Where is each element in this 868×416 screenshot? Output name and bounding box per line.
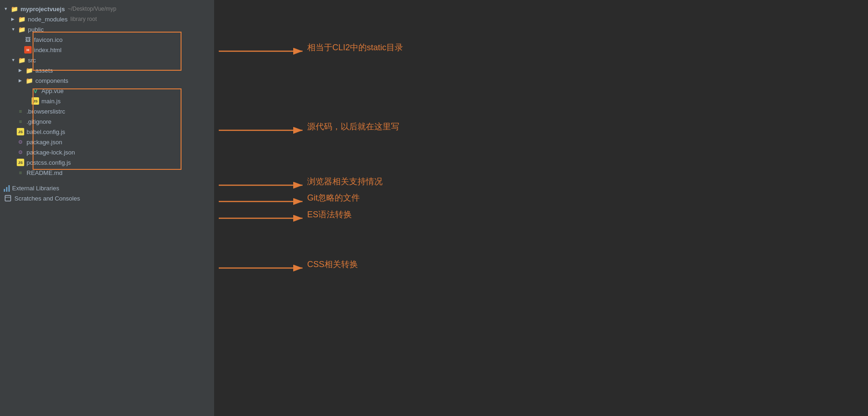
annotation-4: Git忽略的文件 bbox=[307, 192, 360, 203]
tree-item-node-modules[interactable]: node_modules library root bbox=[0, 14, 214, 24]
tree-item-components[interactable]: components bbox=[0, 75, 214, 86]
folder-icon bbox=[11, 5, 18, 13]
favicon-label: favicon.ico bbox=[34, 36, 62, 43]
arrow-down-icon bbox=[11, 27, 17, 32]
folder-icon bbox=[18, 56, 26, 64]
assets-label: assets bbox=[35, 67, 53, 74]
app-vue-label: App.vue bbox=[41, 87, 64, 94]
config-icon bbox=[17, 138, 24, 146]
arrow-right-icon bbox=[11, 16, 17, 22]
arrow-right-icon bbox=[19, 67, 24, 73]
public-label: public bbox=[28, 26, 44, 33]
tree-item-index-html[interactable]: index.html bbox=[0, 45, 214, 55]
annotation-2: 源代码，以后就在这里写 bbox=[307, 121, 399, 132]
tree-item-package-json[interactable]: package.json bbox=[0, 137, 214, 147]
postcss-config-label: postcss.config.js bbox=[27, 159, 71, 166]
annotation-2-text: 源代码，以后就在这里写 bbox=[307, 121, 399, 132]
components-label: components bbox=[35, 77, 68, 84]
js-icon bbox=[32, 97, 39, 105]
annotation-panel: 相当于CLI2中的static目录 源代码，以后就在这里写 浏览器相关支持情况 … bbox=[214, 0, 868, 416]
annotation-1-text: 相当于CLI2中的static目录 bbox=[307, 42, 403, 53]
tree-item-app-vue[interactable]: App.vue bbox=[0, 86, 214, 96]
annotation-3: 浏览器相关支持情况 bbox=[307, 176, 383, 187]
js-icon bbox=[17, 128, 24, 135]
root-path: ~/Desktop/Vue/myp bbox=[67, 6, 116, 12]
tree-item-root[interactable]: myprojectvuejs ~/Desktop/Vue/myp bbox=[0, 4, 214, 14]
folder-icon bbox=[26, 77, 33, 84]
html-icon bbox=[24, 46, 32, 54]
tree-item-assets[interactable]: assets bbox=[0, 65, 214, 75]
node-modules-label: node_modules bbox=[28, 16, 67, 23]
annotation-1: 相当于CLI2中的static目录 bbox=[307, 42, 403, 53]
tree-item-browserslistrc[interactable]: .browserslistrc bbox=[0, 106, 214, 116]
libraries-bar-icon bbox=[4, 185, 10, 192]
readme-label: README.md bbox=[27, 169, 62, 176]
config-icon bbox=[17, 148, 24, 156]
tree-item-babel-config[interactable]: babel.config.js bbox=[0, 127, 214, 137]
vue-icon bbox=[32, 87, 39, 94]
browserslistrc-label: .browserslistrc bbox=[27, 108, 65, 115]
tree-item-package-lock[interactable]: package-lock.json bbox=[0, 147, 214, 157]
tree-item-main-js[interactable]: main.js bbox=[0, 96, 214, 106]
main-js-label: main.js bbox=[41, 98, 61, 105]
root-label: myprojectvuejs bbox=[20, 6, 65, 13]
folder-icon bbox=[26, 67, 33, 74]
external-libraries-label: External Libraries bbox=[12, 185, 59, 192]
package-json-label: package.json bbox=[27, 139, 62, 146]
md-icon bbox=[17, 169, 24, 176]
scratches-icon bbox=[4, 195, 12, 202]
arrows-svg bbox=[214, 0, 868, 416]
package-lock-label: package-lock.json bbox=[27, 149, 75, 156]
gitignore-label: .gitignore bbox=[27, 118, 51, 125]
file-tree-panel: myprojectvuejs ~/Desktop/Vue/myp node_mo… bbox=[0, 0, 214, 416]
svg-rect-0 bbox=[5, 195, 11, 201]
arrow-down-icon bbox=[4, 6, 9, 12]
arrow-right-icon bbox=[19, 78, 24, 83]
annotation-5-text: ES语法转换 bbox=[307, 209, 352, 220]
tree-item-favicon[interactable]: 🖼 favicon.ico bbox=[0, 34, 214, 45]
spacer bbox=[0, 178, 214, 183]
node-modules-badge: library root bbox=[70, 16, 97, 22]
annotation-6: CSS相关转换 bbox=[307, 259, 358, 270]
babel-config-label: babel.config.js bbox=[27, 128, 65, 135]
annotation-3-text: 浏览器相关支持情况 bbox=[307, 176, 383, 187]
annotation-4-text: Git忽略的文件 bbox=[307, 192, 360, 203]
tree-item-public[interactable]: public bbox=[0, 24, 214, 34]
annotation-5: ES语法转换 bbox=[307, 209, 352, 220]
tree-item-external-libraries[interactable]: External Libraries bbox=[0, 183, 214, 193]
tree-item-readme[interactable]: README.md bbox=[0, 168, 214, 178]
ico-icon: 🖼 bbox=[24, 36, 32, 43]
js-icon bbox=[17, 159, 24, 166]
tree-item-scratches[interactable]: Scratches and Consoles bbox=[0, 193, 214, 203]
tree-item-postcss-config[interactable]: postcss.config.js bbox=[0, 157, 214, 168]
scratches-label: Scratches and Consoles bbox=[14, 195, 80, 202]
tree-item-gitignore[interactable]: .gitignore bbox=[0, 116, 214, 127]
src-label: src bbox=[28, 57, 36, 64]
folder-icon bbox=[18, 15, 26, 23]
annotation-6-text: CSS相关转换 bbox=[307, 259, 358, 270]
text-icon bbox=[17, 107, 24, 115]
text-icon bbox=[17, 118, 24, 125]
folder-icon bbox=[18, 26, 26, 33]
tree-item-src[interactable]: src bbox=[0, 55, 214, 65]
arrow-down-icon bbox=[11, 57, 17, 63]
index-html-label: index.html bbox=[34, 47, 61, 54]
